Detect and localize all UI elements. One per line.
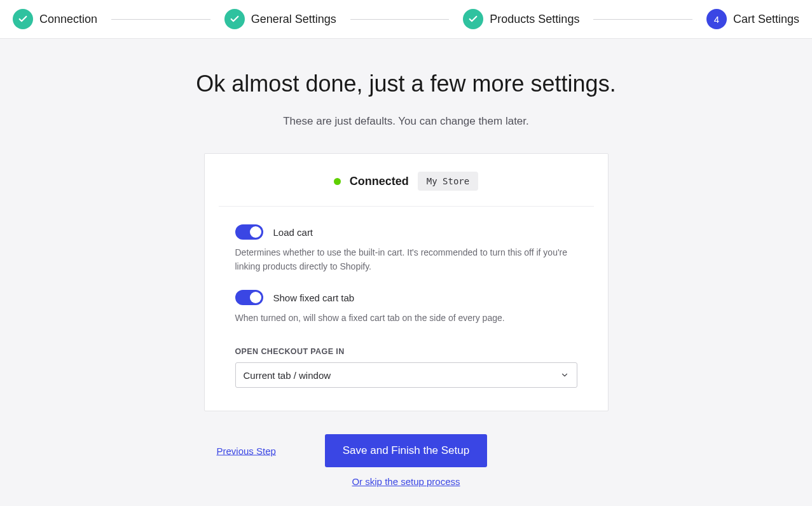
page-title: Ok almost done, just a few more settings… — [13, 71, 799, 97]
select-value: Current tab / window — [244, 370, 331, 381]
setting-label: Show fixed cart tab — [273, 292, 355, 303]
step-label: Products Settings — [490, 13, 579, 26]
step-label: General Settings — [251, 13, 336, 26]
field-label: Open checkout page in — [235, 347, 577, 356]
chevron-down-icon — [560, 371, 569, 380]
connection-status: Connected My Store — [219, 154, 594, 207]
setting-label: Load cart — [273, 227, 313, 238]
step-general-settings[interactable]: General Settings — [224, 9, 336, 29]
step-connector — [593, 19, 692, 20]
toggle-knob-icon — [250, 226, 261, 238]
card-body: Load cart Determines whether to use the … — [205, 207, 608, 411]
status-label: Connected — [350, 175, 409, 188]
check-icon — [463, 9, 483, 29]
setting-load-cart: Load cart Determines whether to use the … — [235, 224, 577, 273]
load-cart-toggle[interactable] — [235, 224, 263, 240]
wizard-actions: Previous Step Save and Finish the Setup … — [204, 434, 609, 487]
step-cart-settings[interactable]: 4 Cart Settings — [706, 9, 799, 29]
status-dot-icon — [334, 178, 341, 185]
field-checkout-target: Open checkout page in Current tab / wind… — [235, 347, 577, 388]
previous-step-link[interactable]: Previous Step — [217, 446, 276, 456]
skip-setup-link[interactable]: Or skip the setup process — [352, 476, 460, 487]
toggle-knob-icon — [250, 292, 261, 303]
check-icon — [13, 9, 33, 29]
step-label: Connection — [39, 13, 97, 26]
store-name-badge: My Store — [418, 172, 478, 191]
save-finish-button[interactable]: Save and Finish the Setup — [325, 434, 487, 467]
step-products-settings[interactable]: Products Settings — [463, 9, 579, 29]
step-number-badge: 4 — [706, 9, 727, 29]
settings-card: Connected My Store Load cart Determines … — [204, 153, 609, 411]
setting-description: Determines whether to use the built-in c… — [235, 246, 577, 273]
setting-fixed-cart-tab: Show fixed cart tab When turned on, will… — [235, 290, 577, 325]
check-icon — [224, 9, 245, 29]
checkout-target-select[interactable]: Current tab / window — [235, 362, 577, 388]
step-connector — [350, 19, 450, 20]
page-subtitle: These are just defaults. You can change … — [13, 115, 799, 128]
main-content: Ok almost done, just a few more settings… — [0, 39, 812, 506]
step-connector — [111, 19, 210, 20]
setup-stepper: Connection General Settings Products Set… — [0, 0, 812, 39]
setting-description: When turned on, will show a fixed cart t… — [235, 311, 577, 325]
step-label: Cart Settings — [733, 13, 799, 26]
step-connection[interactable]: Connection — [13, 9, 97, 29]
fixed-cart-tab-toggle[interactable] — [235, 290, 263, 305]
